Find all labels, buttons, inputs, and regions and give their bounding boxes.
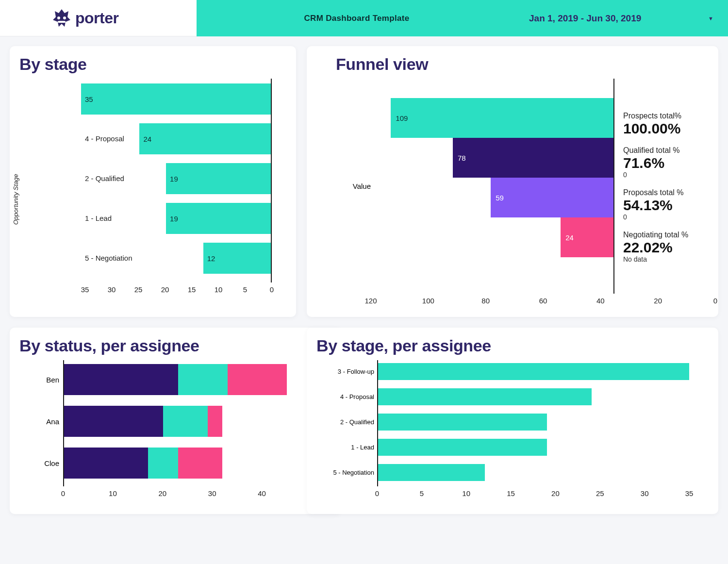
tick: 5 — [420, 489, 424, 498]
kpi: Qualified total %71.6%0 — [623, 146, 713, 179]
tick: 20 — [161, 285, 169, 294]
card-funnel-view: Funnel view Value 109785924 Prospects to… — [307, 46, 718, 317]
tick: 40 — [258, 489, 266, 498]
tick: 0 — [270, 285, 274, 294]
tick: 30 — [208, 489, 216, 498]
bar-label: 5 - Negotiation — [333, 469, 378, 476]
status-assignee-bars: BenAnaCloe — [63, 360, 312, 486]
kpi-value: 100.00% — [623, 120, 713, 136]
funnel-y-label: Value — [316, 79, 374, 294]
kpi-sub: No data — [623, 255, 713, 263]
card-by-status-assignee: By status, per assignee BenAnaCloe 01020… — [10, 328, 341, 514]
stage-assignee-bars: 3 - Follow-up4 - Proposal2 - Qualified1 … — [377, 360, 689, 486]
segment — [64, 448, 148, 479]
funnel-kpis: Prospects total%100.00%Qualified total %… — [617, 79, 718, 294]
bar-label: 2 - Qualified — [340, 418, 378, 426]
card-title: By stage, per assignee — [316, 336, 709, 355]
porter-logo-icon — [51, 7, 72, 29]
tick: 10 — [109, 489, 117, 498]
bar: 19 — [166, 163, 271, 194]
segment — [64, 364, 178, 395]
svg-rect-2 — [58, 21, 66, 23]
tick: 15 — [188, 285, 196, 294]
kpi: Prospects total%100.00% — [623, 112, 713, 136]
kpi: Negotiating total %22.02%No data — [623, 231, 713, 263]
card-by-stage: By stage Opportunity Stage 3 - Follow-up… — [10, 46, 296, 317]
bar — [378, 464, 485, 481]
bar: 35 — [81, 83, 271, 115]
tick: 0 — [61, 489, 65, 498]
tick: 20 — [654, 297, 662, 305]
tick: 20 — [158, 489, 166, 498]
tick: 40 — [596, 297, 605, 305]
tick: 25 — [596, 489, 604, 498]
card-by-stage-assignee: By stage, per assignee 3 - Follow-up4 - … — [307, 328, 718, 514]
funnel-x-axis: 120100806040200 — [371, 294, 715, 305]
brand: porter — [0, 0, 197, 36]
card-title: By status, per assignee — [19, 336, 331, 355]
date-range-picker[interactable]: Jan 1, 2019 - Jun 30, 2019 ▼ — [517, 0, 728, 36]
tick: 80 — [481, 297, 490, 305]
bar-label: 1 - Lead — [351, 444, 378, 451]
tick: 10 — [462, 489, 470, 498]
funnel-bar: 24 — [561, 217, 613, 257]
kpi-value: 54.13% — [623, 197, 713, 213]
kpi-value: 71.6% — [623, 155, 713, 171]
bar: 19 — [166, 203, 271, 234]
segment — [228, 364, 287, 395]
svg-point-0 — [57, 17, 60, 19]
tick: 25 — [134, 285, 143, 294]
stacked-row — [64, 448, 222, 479]
kpi: Proposals total %54.13%0 — [623, 188, 713, 221]
stacked-row — [64, 364, 287, 395]
tick: 0 — [375, 489, 379, 498]
svg-point-1 — [63, 17, 66, 19]
tick: 30 — [108, 285, 116, 294]
kpi-value: 22.02% — [623, 239, 713, 255]
app-root: porter CRM Dashboard Template Jan 1, 201… — [0, 0, 728, 564]
by-stage-bars: 3 - Follow-up354 - Proposal242 - Qualifi… — [85, 79, 272, 282]
chevron-down-icon: ▼ — [708, 16, 713, 21]
kpi-label: Negotiating total % — [623, 231, 713, 239]
kpi-label: Prospects total% — [623, 112, 713, 120]
segment — [163, 406, 208, 437]
tick: 35 — [685, 489, 694, 498]
axis-y-label: Opportunity Stage — [12, 174, 19, 225]
tick: 35 — [81, 285, 89, 294]
segment — [178, 364, 228, 395]
bar — [378, 414, 547, 431]
funnel-bar: 109 — [391, 98, 613, 138]
page-title: CRM Dashboard Template — [304, 14, 410, 23]
bar-label: 3 - Follow-up — [338, 368, 378, 375]
funnel-bars: 109785924 — [374, 79, 614, 294]
tick: 30 — [641, 489, 649, 498]
segment — [178, 448, 223, 479]
kpi-sub: 0 — [623, 213, 713, 221]
segment — [64, 406, 163, 437]
row-label: Ben — [46, 376, 64, 384]
tick: 20 — [551, 489, 560, 498]
funnel-bar: 78 — [453, 138, 613, 178]
stacked-row — [64, 406, 222, 437]
segment — [208, 406, 223, 437]
by-stage-x-axis: 35302520151050 — [85, 282, 272, 294]
brand-wordmark: porter — [75, 9, 118, 27]
dashboard-grid: By stage Opportunity Stage 3 - Follow-up… — [0, 36, 728, 524]
row-label: Ana — [46, 417, 64, 426]
tick: 100 — [422, 297, 434, 305]
bar — [378, 363, 689, 380]
kpi-label: Proposals total % — [623, 188, 713, 197]
kpi-label: Qualified total % — [623, 146, 713, 155]
date-range-value: Jan 1, 2019 - Jun 30, 2019 — [529, 13, 641, 24]
row-label: Cloe — [44, 459, 64, 467]
bar: 24 — [139, 123, 271, 154]
funnel-bar: 59 — [491, 178, 613, 217]
tick: 15 — [507, 489, 515, 498]
topbar: porter CRM Dashboard Template Jan 1, 201… — [0, 0, 728, 36]
bar: 12 — [203, 243, 271, 274]
status-assignee-x-axis: 01020304050 — [63, 486, 312, 498]
kpi-sub: 0 — [623, 171, 713, 179]
page-title-area: CRM Dashboard Template — [197, 0, 517, 36]
tick: 10 — [215, 285, 223, 294]
tick: 0 — [713, 297, 717, 305]
